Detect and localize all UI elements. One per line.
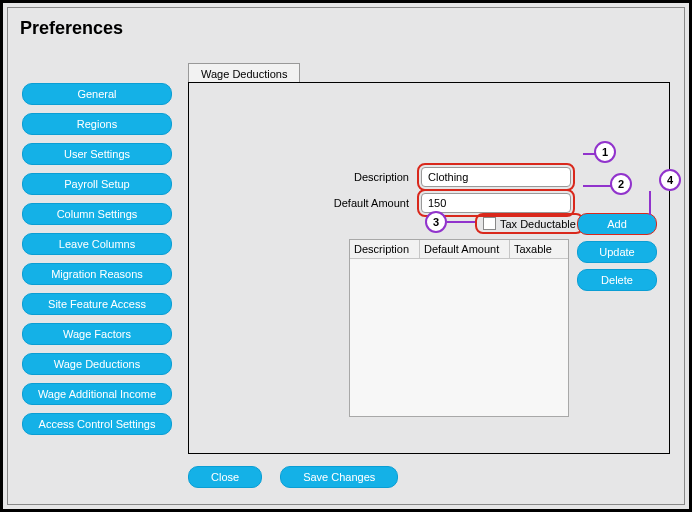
callout-line — [649, 191, 651, 215]
sidebar-item-user-settings[interactable]: User Settings — [22, 143, 172, 165]
callout-3: 3 — [425, 211, 447, 233]
sidebar-item-leave-columns[interactable]: Leave Columns — [22, 233, 172, 255]
sidebar: General Regions User Settings Payroll Se… — [22, 83, 172, 435]
sidebar-item-general[interactable]: General — [22, 83, 172, 105]
save-changes-button[interactable]: Save Changes — [280, 466, 398, 488]
main-panel: Description Default Amount Tax Deductabl… — [188, 82, 670, 454]
description-label: Description — [309, 171, 409, 183]
deductions-table: Description Default Amount Taxable — [349, 239, 569, 417]
callout-1: 1 — [594, 141, 616, 163]
sidebar-item-wage-deductions[interactable]: Wage Deductions — [22, 353, 172, 375]
update-button[interactable]: Update — [577, 241, 657, 263]
sidebar-item-wage-additional-income[interactable]: Wage Additional Income — [22, 383, 172, 405]
col-taxable[interactable]: Taxable — [510, 240, 568, 258]
sidebar-item-wage-factors[interactable]: Wage Factors — [22, 323, 172, 345]
tab-wage-deductions[interactable]: Wage Deductions — [188, 63, 300, 84]
page-title: Preferences — [8, 8, 684, 39]
col-description[interactable]: Description — [350, 240, 420, 258]
callout-line — [447, 221, 475, 223]
sidebar-item-access-control-settings[interactable]: Access Control Settings — [22, 413, 172, 435]
col-default-amount[interactable]: Default Amount — [420, 240, 510, 258]
tax-deductable-label: Tax Deductable — [500, 218, 576, 230]
sidebar-item-column-settings[interactable]: Column Settings — [22, 203, 172, 225]
delete-button[interactable]: Delete — [577, 269, 657, 291]
add-button[interactable]: Add — [577, 213, 657, 235]
sidebar-item-payroll-setup[interactable]: Payroll Setup — [22, 173, 172, 195]
callout-4: 4 — [659, 169, 681, 191]
description-input[interactable] — [421, 167, 571, 187]
close-button[interactable]: Close — [188, 466, 262, 488]
callout-line — [583, 185, 613, 187]
sidebar-item-regions[interactable]: Regions — [22, 113, 172, 135]
default-amount-input[interactable] — [421, 193, 571, 213]
tax-deductable-checkbox[interactable] — [483, 217, 496, 230]
callout-2: 2 — [610, 173, 632, 195]
default-amount-label: Default Amount — [309, 197, 409, 209]
sidebar-item-migration-reasons[interactable]: Migration Reasons — [22, 263, 172, 285]
sidebar-item-site-feature-access[interactable]: Site Feature Access — [22, 293, 172, 315]
